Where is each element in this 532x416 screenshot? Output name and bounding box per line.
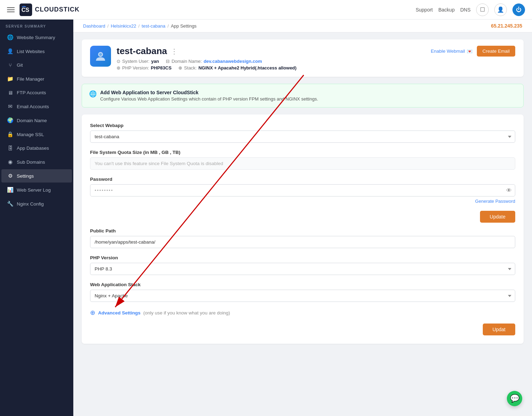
logo-icon: CS	[20, 3, 32, 16]
domain-name-meta: ⊟ Domain Name: dev.cabanawebdesign.com	[166, 59, 262, 64]
advanced-settings-note: (only use if you know what you are doing…	[143, 310, 230, 315]
sidebar-item-sub-domains[interactable]: ◉ Sub Domains	[1, 155, 72, 169]
php-version-select[interactable]: PHP 8.3 PHP 8.2 PHP 8.1 PHP 7.4	[90, 263, 515, 275]
sidebar-item-label: List Websites	[17, 49, 45, 54]
top-nav-left: CS CLOUDSTICK	[7, 3, 80, 16]
git-icon: ⑂	[7, 62, 13, 68]
layout: SERVER SUMMARY 🌐 Website Summary 👤 List …	[0, 20, 532, 416]
app-title-row: test-cabana ⋮	[117, 46, 296, 57]
sidebar-item-label: Domain Name	[17, 118, 47, 123]
update-btn-bottom[interactable]: Updat	[483, 324, 515, 335]
password-eye-icon[interactable]: 👁	[506, 187, 512, 194]
power-icon-btn[interactable]: ⏻	[512, 3, 525, 16]
info-banner-content: Add Web Application to Server CloudStick…	[100, 90, 318, 102]
password-wrapper: 👁	[90, 184, 515, 196]
sidebar-item-label: Web Server Log	[17, 187, 51, 193]
app-menu-btn[interactable]: ⋮	[171, 47, 178, 55]
file-system-quota-input	[90, 157, 515, 170]
select-webapp-select[interactable]: test-cabana	[90, 131, 515, 143]
app-header-card: test-cabana ⋮ ⊙ System User: yan ⊟ Domai…	[82, 39, 524, 77]
sidebar-item-domain-name[interactable]: 🌍 Domain Name	[1, 114, 72, 127]
sidebar-item-label: File Manager	[17, 76, 44, 82]
breadcrumb-bar: Dashboard / Helsinkicx22 / test-cabana /…	[73, 20, 532, 32]
app-name: test-cabana	[117, 46, 167, 57]
webmail-icon: 💌	[467, 49, 473, 54]
sidebar-item-label: Manage SSL	[17, 132, 44, 137]
update-btn-1[interactable]: Update	[480, 211, 515, 223]
sidebar-item-list-websites[interactable]: 👤 List Websites	[1, 45, 72, 58]
top-nav-right: Support Backup DNS ☐ 👤 ⏻	[416, 3, 525, 16]
sidebar-item-email-accounts[interactable]: ✉ Email Accounts	[1, 100, 72, 113]
web-app-stack-label: Web Application Stack	[90, 282, 515, 287]
breadcrumb-dashboard[interactable]: Dashboard	[83, 23, 105, 29]
file-system-quota-label: File System Quota Size (in MB , GB , TB)	[90, 150, 515, 155]
sidebar-item-label: Settings	[17, 173, 34, 179]
user-icon-btn[interactable]: 👤	[494, 3, 507, 16]
select-webapp-label: Select Webapp	[90, 123, 515, 128]
sidebar-item-file-manager[interactable]: 📁 File Manager	[1, 72, 72, 86]
svg-point-3	[99, 53, 102, 56]
app-header-actions: Enable Webmail 💌 Create Email	[431, 46, 515, 57]
logo-text: CLOUDSTICK	[35, 6, 80, 13]
app-avatar-icon	[95, 50, 106, 62]
app-meta-2: ⊛ PHP Version: PHP83CS ⊕ Stack: NGINX + …	[117, 65, 296, 70]
bottom-update-row: Updat	[90, 324, 515, 335]
stack-meta: ⊕ Stack: NGINX + Apacahe2 Hybrid(.htacce…	[178, 65, 296, 70]
enable-webmail-label: Enable Webmail	[431, 49, 465, 54]
ssl-icon: 🔒	[7, 131, 13, 138]
sidebar-item-ftp-accounts[interactable]: 🖥 FTP Accounts	[1, 86, 72, 99]
hamburger-menu[interactable]	[7, 7, 15, 12]
file-system-quota-group: File System Quota Size (in MB , GB , TB)	[90, 150, 515, 170]
create-email-btn[interactable]: Create Email	[477, 46, 515, 57]
generate-password-link[interactable]: Generate Password	[90, 199, 515, 204]
enable-webmail-btn[interactable]: Enable Webmail 💌	[431, 49, 473, 54]
nginx-icon: 🔧	[7, 201, 13, 207]
dns-link[interactable]: DNS	[460, 7, 471, 13]
update-btn-row-1: Update	[90, 211, 515, 223]
sidebar-item-settings[interactable]: ⚙ Settings	[1, 169, 72, 183]
subdomains-icon: ◉	[7, 159, 13, 165]
select-webapp-group: Select Webapp test-cabana	[90, 123, 515, 143]
sidebar-item-web-server-log[interactable]: 📊 Web Server Log	[1, 183, 72, 196]
php-version-group: PHP Version PHP 8.3 PHP 8.2 PHP 8.1 PHP …	[90, 255, 515, 275]
sidebar-item-git[interactable]: ⑂ Git	[1, 59, 72, 72]
breadcrumb-server[interactable]: Helsinkicx22	[111, 23, 136, 29]
ftp-icon: 🖥	[7, 90, 13, 96]
breadcrumb: Dashboard / Helsinkicx22 / test-cabana /…	[83, 23, 197, 29]
sidebar-item-manage-ssl[interactable]: 🔒 Manage SSL	[1, 128, 72, 141]
public-path-input[interactable]	[90, 236, 515, 248]
advanced-settings-icon: ⊕	[90, 309, 95, 317]
web-app-stack-group: Web Application Stack Nginx + Apache Ngi…	[90, 282, 515, 302]
file-manager-icon: 📁	[7, 76, 13, 82]
support-link[interactable]: Support	[416, 7, 433, 13]
settings-icon: ⚙	[7, 173, 13, 179]
domain-icon: 🌍	[7, 117, 13, 124]
chat-fab[interactable]: 💬	[507, 391, 522, 406]
domain-name-value[interactable]: dev.cabanawebdesign.com	[204, 59, 262, 64]
copy-icon-btn[interactable]: ☐	[476, 3, 489, 16]
breadcrumb-app[interactable]: test-cabana	[142, 23, 165, 29]
web-app-stack-select[interactable]: Nginx + Apache Nginx Only Apache Only	[90, 290, 515, 302]
sidebar-item-label: Sub Domains	[17, 159, 45, 165]
content-area: 🌐 Add Web Application to Server CloudSti…	[73, 77, 532, 351]
info-banner-title: Add Web Application to Server CloudStick	[100, 90, 318, 95]
stack-value: NGINX + Apacahe2 Hybrid(.htaccess allowe…	[198, 65, 296, 70]
logo: CS CLOUDSTICK	[20, 3, 80, 16]
domain-name-text: Domain Name:	[171, 59, 202, 64]
sidebar-item-label: FTP Accounts	[17, 90, 46, 95]
password-input[interactable]	[90, 184, 515, 196]
info-banner-icon: 🌐	[89, 90, 97, 98]
backup-link[interactable]: Backup	[438, 7, 455, 13]
website-summary-icon: 🌐	[7, 34, 13, 40]
info-banner-desc: Configure Various Web Application Settin…	[100, 96, 318, 102]
system-user-meta: ⊙ System User: yan	[117, 59, 159, 64]
password-group: Password 👁 Generate Password	[90, 177, 515, 204]
top-nav: CS CLOUDSTICK Support Backup DNS ☐ 👤 ⏻	[0, 0, 532, 20]
sidebar-item-website-summary[interactable]: 🌐 Website Summary	[1, 31, 72, 44]
app-info: test-cabana ⋮ ⊙ System User: yan ⊟ Domai…	[117, 46, 296, 70]
sidebar-item-nginx-config[interactable]: 🔧 Nginx Config	[1, 197, 72, 210]
sidebar-item-app-databases[interactable]: 🗄 App Databases	[1, 142, 72, 155]
password-label: Password	[90, 177, 515, 182]
php-version-value: PHP83CS	[151, 65, 171, 70]
advanced-settings-row[interactable]: ⊕ Advanced Settings (only use if you kno…	[90, 309, 515, 317]
